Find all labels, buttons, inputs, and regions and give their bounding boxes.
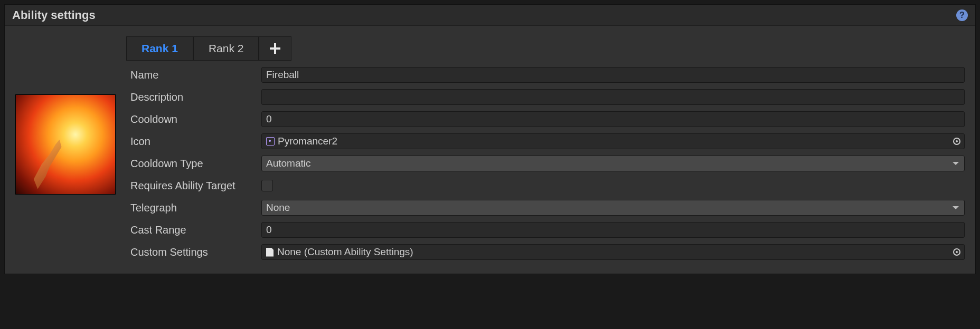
chevron-down-icon [953, 162, 959, 165]
label-custom-settings: Custom Settings [126, 246, 261, 258]
label-description: Description [126, 91, 261, 103]
form-area: Rank 1 Rank 2 Name Fireball Description … [126, 36, 965, 263]
target-icon [953, 138, 960, 145]
plus-icon [270, 43, 280, 54]
picker-icon-value: Pyromancer2 [278, 136, 337, 147]
label-cast-range: Cast Range [126, 224, 261, 236]
label-icon: Icon [126, 136, 261, 148]
ability-icon-preview[interactable] [15, 94, 116, 195]
tab-rank-1[interactable]: Rank 1 [126, 36, 193, 61]
panel-body: Rank 1 Rank 2 Name Fireball Description … [5, 26, 975, 274]
panel-title: Ability settings [12, 8, 956, 22]
label-telegraph: Telegraph [126, 202, 261, 214]
row-cooldown-type: Cooldown Type Automatic [126, 152, 965, 175]
label-name: Name [126, 69, 261, 81]
help-icon[interactable]: ? [956, 9, 968, 21]
input-name[interactable]: Fireball [261, 67, 965, 83]
picker-icon-button[interactable] [951, 136, 962, 147]
label-requires-target: Requires Ability Target [126, 180, 261, 192]
picker-custom-settings-value: None (Custom Ability Settings) [277, 246, 413, 258]
label-cooldown: Cooldown [126, 113, 261, 125]
target-icon [953, 248, 960, 256]
row-icon: Icon Pyromancer2 [126, 130, 965, 152]
input-cast-range[interactable]: 0 [261, 222, 965, 238]
file-icon [266, 248, 274, 257]
row-custom-settings: Custom Settings None (Custom Ability Set… [126, 241, 965, 263]
row-telegraph: Telegraph None [126, 197, 965, 219]
panel-header: Ability settings ? [5, 5, 975, 26]
row-cast-range: Cast Range 0 [126, 219, 965, 241]
dropdown-cooldown-type[interactable]: Automatic [261, 156, 965, 171]
tab-rank-2[interactable]: Rank 2 [193, 36, 259, 61]
checkbox-wrap-requires-target [261, 180, 965, 191]
input-cooldown[interactable]: 0 [261, 111, 965, 127]
chevron-down-icon [953, 206, 959, 209]
picker-custom-settings[interactable]: None (Custom Ability Settings) [261, 244, 965, 260]
picker-custom-settings-button[interactable] [951, 247, 962, 257]
tab-add-rank[interactable] [259, 36, 291, 61]
label-cooldown-type: Cooldown Type [126, 158, 261, 170]
row-name: Name Fireball [126, 64, 965, 86]
dropdown-telegraph[interactable]: None [261, 200, 965, 216]
dropdown-telegraph-value: None [266, 202, 290, 214]
sprite-icon [266, 137, 275, 146]
rank-tabs: Rank 1 Rank 2 [126, 36, 965, 61]
input-description[interactable] [261, 89, 965, 105]
row-description: Description [126, 86, 965, 108]
picker-icon[interactable]: Pyromancer2 [261, 133, 965, 149]
row-requires-target: Requires Ability Target [126, 175, 965, 197]
dropdown-cooldown-type-value: Automatic [266, 158, 310, 169]
row-cooldown: Cooldown 0 [126, 108, 965, 130]
ability-settings-panel: Ability settings ? Rank 1 Rank 2 Name Fi… [4, 4, 976, 274]
checkbox-requires-target[interactable] [261, 180, 273, 191]
